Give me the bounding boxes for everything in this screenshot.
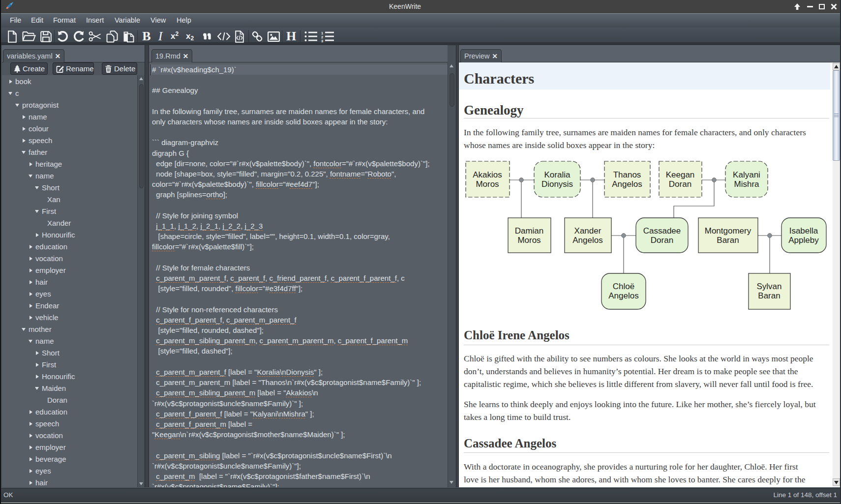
- svg-text:Angelos: Angelos: [612, 179, 642, 189]
- svg-text:Baran: Baran: [717, 236, 739, 245]
- svg-text:Akakios: Akakios: [473, 170, 502, 179]
- svg-text:Moros: Moros: [517, 236, 541, 245]
- svg-text:Baran: Baran: [758, 291, 780, 300]
- svg-text:Doran: Doran: [651, 236, 673, 245]
- svg-text:Angelos: Angelos: [572, 236, 602, 245]
- svg-text:Chloë: Chloë: [613, 282, 634, 291]
- svg-text:Cassadee: Cassadee: [643, 226, 681, 236]
- svg-text:Keegan: Keegan: [666, 170, 695, 179]
- svg-text:Moros: Moros: [476, 179, 499, 189]
- svg-text:Xander: Xander: [574, 226, 601, 236]
- svg-text:Thanos: Thanos: [613, 170, 641, 179]
- svg-text:Isabella: Isabella: [789, 226, 818, 236]
- svg-text:Koralia: Koralia: [544, 170, 571, 179]
- svg-text:Sylvan: Sylvan: [756, 282, 781, 291]
- svg-text:Damian: Damian: [515, 226, 544, 236]
- svg-text:Montgomery: Montgomery: [705, 226, 751, 236]
- svg-text:Appleby: Appleby: [788, 236, 819, 245]
- svg-text:Doran: Doran: [669, 179, 691, 189]
- svg-text:Mishra: Mishra: [734, 179, 759, 189]
- svg-text:3: 3: [321, 38, 323, 42]
- svg-text:Dionysis: Dionysis: [541, 179, 573, 189]
- svg-text:Kalyani: Kalyani: [733, 170, 760, 179]
- svg-text:Angelos: Angelos: [608, 291, 638, 300]
